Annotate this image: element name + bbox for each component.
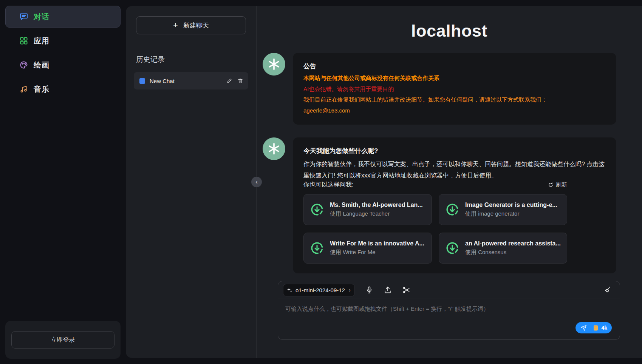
openai-logo-icon — [267, 57, 281, 71]
edit-icon[interactable] — [226, 78, 232, 84]
clear-context-button[interactable] — [603, 286, 611, 294]
welcome-body: 作为你的智慧伙伴，我不仅可以写文案、出点子，还可以和你聊天、回答问题。想知道我还… — [303, 159, 606, 181]
assistant-message-announcement: 公告 本网站与任何其他公司或商标没有任何关联或合作关系 AI也会犯错。请勿将其用… — [263, 53, 616, 125]
composer-toolbar: o1-mini-2024-09-12 › — [278, 281, 620, 299]
suggestion-grid: Ms. Smith, the AI-powered Lan... 使用 Lang… — [303, 194, 606, 264]
sidebar-item-label: 对话 — [34, 12, 50, 22]
suggestion-card[interactable]: an AI-powered research assista... 使用 Con… — [439, 233, 567, 264]
assistant-avatar — [263, 137, 285, 160]
model-name: o1-mini-2024-09-12 — [295, 287, 345, 293]
download-circle-icon — [445, 241, 459, 255]
composer-input-area: 4k — [278, 299, 620, 339]
history-title: 历史记录 — [126, 44, 256, 72]
suggestion-card[interactable]: Ms. Smith, the AI-powered Lan... 使用 Lang… — [303, 194, 432, 225]
scissors-icon — [402, 286, 410, 294]
message-bubble: 公告 本网站与任何其他公司或商标没有任何关联或合作关系 AI也会犯错。请勿将其用… — [293, 53, 616, 125]
sparkle-icon — [287, 287, 292, 293]
welcome-title: 今天我能为您做些什么呢? — [303, 147, 606, 155]
suggestion-card[interactable]: Write For Me is an innovative A... 使用 Wr… — [303, 233, 432, 264]
suggestion-card[interactable]: Image Generator is a cutting-e... 使用 ima… — [439, 194, 567, 225]
broom-icon — [603, 286, 611, 294]
suggestion-title: Image Generator is a cutting-e... — [465, 202, 557, 208]
download-circle-icon — [445, 202, 459, 217]
ask-hint: 你也可以这样问我: — [303, 181, 353, 189]
new-chat-label: 新建聊天 — [183, 21, 209, 30]
suggestion-subtitle: 使用 Write For Me — [330, 249, 424, 256]
download-circle-icon — [310, 202, 324, 217]
announcement-line: 我们目前正在修复我们网站上的错误并改进细节。如果您有任何疑问，请通过以下方式联系… — [303, 96, 606, 104]
assistant-avatar — [263, 53, 285, 76]
sidebar-item-label: 音乐 — [34, 84, 50, 94]
refresh-button[interactable]: 刷新 — [548, 181, 567, 188]
workspace: + 新建聊天 历史记录 New Chat ‹ localhost — [126, 6, 642, 358]
chat-history-item[interactable]: New Chat — [134, 72, 248, 89]
upload-button[interactable] — [384, 286, 392, 294]
contact-email-link[interactable]: ageerle@163.com — [303, 106, 350, 115]
model-selector[interactable]: o1-mini-2024-09-12 › — [283, 284, 355, 296]
sidebar: 对话 应用 绘画 音乐 立即登录 — [0, 0, 126, 364]
sidebar-item-apps[interactable]: 应用 — [5, 30, 121, 52]
suggestion-title: Write For Me is an innovative A... — [330, 240, 424, 247]
composer: o1-mini-2024-09-12 › — [278, 281, 620, 340]
sidebar-item-music[interactable]: 音乐 — [5, 78, 121, 100]
microphone-button[interactable] — [365, 286, 373, 294]
sidebar-item-chat[interactable]: 对话 — [5, 6, 121, 28]
download-circle-icon — [310, 241, 324, 255]
openai-logo-icon — [267, 142, 281, 156]
message-list: 公告 本网站与任何其他公司或商标没有任何关联或合作关系 AI也会犯错。请勿将其用… — [257, 41, 642, 275]
delete-icon[interactable] — [237, 78, 243, 84]
chat-bubble-icon — [19, 12, 28, 21]
send-button[interactable]: 4k — [575, 322, 612, 333]
suggestion-subtitle: 使用 Language Teacher — [330, 210, 423, 217]
chevron-right-icon: › — [349, 287, 351, 293]
coin-icon — [593, 325, 598, 331]
divider — [590, 325, 590, 330]
suggestion-title: an AI-powered research assista... — [465, 240, 561, 247]
sidebar-item-label: 绘画 — [34, 60, 50, 70]
login-button[interactable]: 立即登录 — [11, 331, 114, 349]
sidebar-item-label: 应用 — [34, 36, 50, 46]
page-title: localhost — [257, 21, 642, 41]
assistant-message-welcome: 今天我能为您做些什么呢? 作为你的智慧伙伴，我不仅可以写文案、出点子，还可以和你… — [263, 137, 616, 273]
sidebar-item-drawing[interactable]: 绘画 — [5, 54, 121, 76]
refresh-icon — [548, 182, 554, 188]
announcement-title: 公告 — [303, 62, 606, 71]
suggestion-subtitle: 使用 Consensus — [465, 249, 561, 256]
new-chat-button[interactable]: + 新建聊天 — [136, 16, 246, 34]
suggestion-subtitle: 使用 image generator — [465, 210, 557, 217]
cut-button[interactable] — [402, 286, 410, 294]
chat-main: localhost 公告 本网站与任何其他公司或商标没有任何关联或合作关系 AI… — [257, 6, 642, 358]
chat-item-icon — [139, 78, 145, 84]
music-note-icon — [19, 85, 28, 94]
palette-icon — [19, 60, 28, 69]
login-card: 立即登录 — [5, 321, 121, 359]
plus-icon: + — [173, 21, 178, 29]
apps-grid-icon — [19, 36, 28, 45]
message-input[interactable] — [278, 299, 620, 339]
announcement-line: 本网站与任何其他公司或商标没有任何关联或合作关系 — [303, 74, 606, 83]
suggestion-title: Ms. Smith, the AI-powered Lan... — [330, 202, 423, 208]
chat-list-panel: + 新建聊天 历史记录 New Chat — [126, 6, 257, 358]
chat-item-title: New Chat — [150, 78, 221, 84]
message-bubble: 今天我能为您做些什么呢? 作为你的智慧伙伴，我不仅可以写文案、出点子，还可以和你… — [293, 137, 616, 273]
upload-icon — [384, 286, 392, 294]
paper-plane-icon — [580, 325, 587, 331]
token-badge: 4k — [601, 325, 607, 331]
microphone-icon — [365, 286, 373, 294]
collapse-sidebar-button[interactable]: ‹ — [251, 177, 262, 187]
announcement-line: AI也会犯错。请勿将其用于重要目的 — [303, 85, 606, 94]
